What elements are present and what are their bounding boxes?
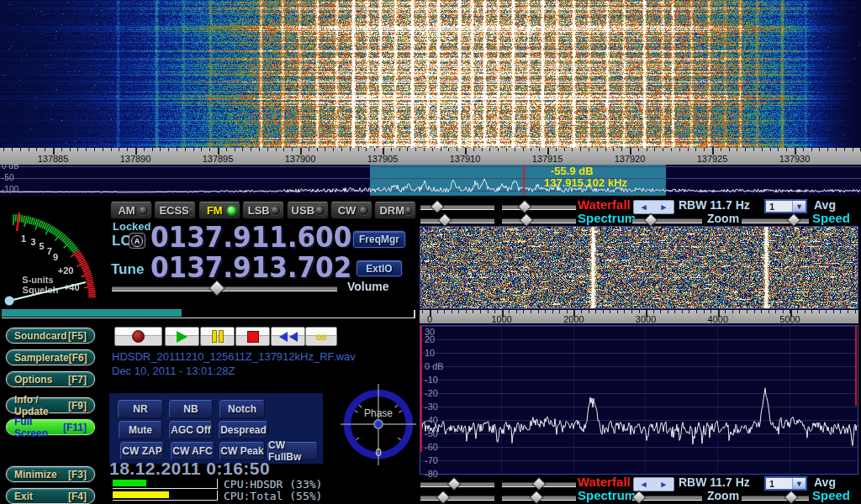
dropdown-arrow-icon[interactable]: ▼ bbox=[792, 201, 806, 212]
dropdown-arrow-icon[interactable]: ▼ bbox=[792, 478, 806, 489]
dsp-button-mute[interactable]: Mute bbox=[119, 421, 162, 439]
slider-thumb[interactable] bbox=[632, 491, 647, 504]
lo-mode-badge[interactable]: A bbox=[129, 233, 145, 249]
mode-led-icon bbox=[358, 205, 369, 216]
slider-thumb[interactable] bbox=[519, 213, 533, 228]
ruler-tick bbox=[605, 148, 606, 151]
speed-slider[interactable] bbox=[742, 491, 809, 502]
tuning-cursor[interactable] bbox=[523, 165, 525, 196]
ruler-tick bbox=[452, 310, 452, 313]
lo-frequency-display[interactable]: 0137.911.600 bbox=[151, 223, 351, 251]
menu-button-minimize[interactable]: Minimize[F3] bbox=[6, 466, 95, 482]
af-spectrum-labels: 3020100 dB-10-20-30-40-50-60-70-80 bbox=[420, 326, 858, 474]
ruler-tick bbox=[704, 148, 705, 151]
play-button[interactable] bbox=[165, 327, 199, 346]
waterfall-contrast-slider[interactable] bbox=[502, 201, 576, 212]
dsp-button-nb[interactable]: NB bbox=[169, 400, 213, 418]
mode-button-fm[interactable]: FM bbox=[198, 202, 240, 219]
menu-button-soundcard[interactable]: Soundcard[F5] bbox=[6, 328, 95, 344]
main-frequency-ruler[interactable]: 1378851378901378951379001379051379101379… bbox=[0, 148, 861, 165]
zoom-waterfall-frame[interactable] bbox=[420, 226, 858, 309]
spectrum-min-slider[interactable] bbox=[420, 491, 494, 502]
spectrum-max-slider[interactable] bbox=[502, 214, 576, 225]
stop-button[interactable] bbox=[235, 327, 270, 346]
waterfall-brightness-slider[interactable] bbox=[420, 478, 494, 489]
dsp-button-nr[interactable]: NR bbox=[118, 400, 163, 418]
shift-left-icon[interactable]: ◂ bbox=[642, 202, 647, 213]
mode-button-cw[interactable]: CW bbox=[330, 202, 372, 219]
ruler-tick bbox=[753, 148, 754, 151]
spectrum-min-slider[interactable] bbox=[420, 214, 494, 225]
main-waterfall[interactable] bbox=[0, 0, 861, 148]
dsp-button-cw-zap[interactable]: CW ZAP bbox=[120, 442, 164, 460]
loop-button[interactable]: ∞ bbox=[305, 327, 337, 346]
phase-dial[interactable]: Phase0 bbox=[339, 382, 418, 468]
overview-spectrum[interactable]: 0 dB -50 -100 -55.9 dB 137.915.102 kHz bbox=[0, 165, 861, 196]
slider-thumb[interactable] bbox=[517, 200, 531, 214]
slider-thumb[interactable] bbox=[209, 280, 225, 297]
tune-frequency-display[interactable]: 0137.913.702 bbox=[151, 254, 351, 281]
extio-button[interactable]: ExtIO bbox=[357, 260, 402, 276]
volume-slider[interactable] bbox=[112, 282, 337, 293]
speed-slider[interactable] bbox=[742, 214, 809, 225]
squelch-track[interactable] bbox=[2, 318, 415, 318]
dsp-button-despread[interactable]: Despread bbox=[219, 421, 268, 439]
zoom-slider[interactable] bbox=[632, 491, 702, 502]
dsp-button-cw-fullbw[interactable]: CW FullBw bbox=[267, 442, 318, 460]
af-db-label: -10 bbox=[425, 375, 438, 385]
menu-button-full-screen[interactable]: Full Screen[F11] bbox=[6, 419, 95, 435]
ruler-tick bbox=[374, 148, 375, 151]
ruler-tick bbox=[679, 148, 680, 151]
waterfall-contrast-slider[interactable] bbox=[502, 478, 576, 489]
slider-thumb[interactable] bbox=[532, 477, 547, 491]
dsp-button-cw-afc[interactable]: CW AFC bbox=[171, 442, 214, 460]
ruler-tick bbox=[259, 148, 260, 151]
ruler-tick bbox=[624, 310, 625, 313]
slider-thumb[interactable] bbox=[437, 213, 452, 228]
dsp-button-cw-peak[interactable]: CW Peak bbox=[219, 442, 265, 460]
zoom-frequency-ruler[interactable]: 010002000300040005000 bbox=[420, 310, 858, 323]
avg-dropdown[interactable]: 1▼ bbox=[764, 476, 807, 491]
slider-thumb[interactable] bbox=[436, 491, 451, 504]
menu-button-label: Minimize bbox=[14, 469, 57, 480]
slider-thumb[interactable] bbox=[430, 200, 444, 214]
zoom-slider[interactable] bbox=[632, 214, 702, 225]
mode-button-drm[interactable]: DRM bbox=[374, 202, 416, 219]
ruler-tick bbox=[689, 310, 689, 313]
waterfall-shift-buttons[interactable]: ◂▸ bbox=[633, 200, 674, 214]
pause-button[interactable] bbox=[200, 327, 235, 346]
rewind-button[interactable] bbox=[271, 327, 305, 346]
mode-button-lsb[interactable]: LSB bbox=[242, 202, 284, 219]
dsp-button-agc-off[interactable]: AGC Off bbox=[169, 421, 213, 439]
overview-spectrum-canvas bbox=[0, 165, 861, 196]
ruler-tick bbox=[844, 148, 845, 151]
waterfall-brightness-slider[interactable] bbox=[420, 201, 494, 212]
slider-thumb[interactable] bbox=[529, 491, 543, 504]
shift-right-icon[interactable]: ▸ bbox=[661, 202, 666, 213]
avg-dropdown[interactable]: 1▼ bbox=[764, 199, 807, 213]
dsp-button-notch[interactable]: Notch bbox=[219, 400, 265, 418]
af-spectrum-frame[interactable]: 3020100 dB-10-20-30-40-50-60-70-80 bbox=[420, 325, 858, 475]
waterfall-shift-buttons[interactable]: ◂▸ bbox=[633, 477, 674, 491]
shift-left-icon[interactable]: ◂ bbox=[642, 479, 647, 490]
menu-button-options[interactable]: Options[F7] bbox=[6, 371, 95, 387]
freqmgr-button[interactable]: FreqMgr bbox=[353, 231, 405, 248]
mode-button-usb[interactable]: USB bbox=[287, 202, 329, 219]
slider-thumb[interactable] bbox=[786, 213, 800, 228]
zoom-waterfall[interactable] bbox=[420, 227, 858, 308]
control-panel: 13579+20+40S-unitsSquelch Locked LO A 01… bbox=[0, 196, 861, 504]
ruler-tick bbox=[682, 310, 683, 313]
menu-button-samplerate[interactable]: Samplerate[F6] bbox=[6, 349, 95, 365]
mode-button-label: AM bbox=[115, 204, 138, 217]
record-button[interactable] bbox=[114, 327, 162, 346]
menu-button-info-update[interactable]: Info / Update[F9] bbox=[6, 397, 95, 413]
menu-button-exit[interactable]: Exit[F4] bbox=[6, 488, 95, 504]
mode-button-ecss[interactable]: ECSS bbox=[154, 202, 196, 219]
slider-thumb[interactable] bbox=[447, 477, 462, 491]
shift-right-icon[interactable]: ▸ bbox=[661, 479, 666, 490]
mode-button-am[interactable]: AM bbox=[110, 202, 152, 219]
slider-thumb[interactable] bbox=[643, 213, 658, 228]
squelch-level-bar[interactable] bbox=[2, 309, 182, 317]
slider-thumb[interactable] bbox=[784, 491, 799, 504]
spectrum-max-slider[interactable] bbox=[502, 491, 576, 502]
